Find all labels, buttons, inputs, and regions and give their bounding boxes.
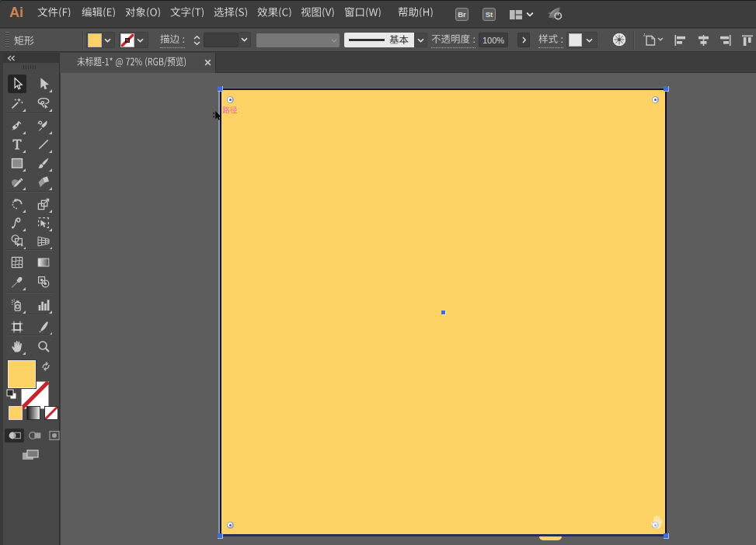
swap-fill-stroke-icon[interactable] xyxy=(40,360,51,374)
menu-help[interactable] xyxy=(398,0,434,26)
zoom-tool[interactable] xyxy=(34,337,53,356)
selection-corner-handle[interactable] xyxy=(664,86,669,92)
menu-edit[interactable] xyxy=(82,0,116,26)
stroke-width-stepper[interactable] xyxy=(192,33,202,47)
brush-definition-label[interactable] xyxy=(389,35,409,45)
stroke-width-dropdown[interactable] xyxy=(239,32,251,47)
live-corner-widget[interactable] xyxy=(652,96,659,103)
gpu-performance-icon[interactable] xyxy=(546,6,563,19)
pen-tool[interactable] xyxy=(8,116,26,135)
vertical-align-top-icon[interactable] xyxy=(741,34,754,47)
toolbar-separator xyxy=(6,191,54,192)
selection-corner-handle[interactable] xyxy=(218,86,223,92)
canvas-pasteboard[interactable] xyxy=(61,73,756,545)
default-fill-stroke-icon[interactable] xyxy=(6,389,17,403)
brush-definition-combo[interactable] xyxy=(344,33,414,47)
style-label[interactable] xyxy=(538,34,563,44)
chevron-down-icon[interactable] xyxy=(134,32,145,48)
slice-tool[interactable] xyxy=(34,318,53,336)
column-graph-tool[interactable] xyxy=(34,296,53,314)
gradient-swatch-button[interactable] xyxy=(26,406,40,420)
opacity-field[interactable]: 100% xyxy=(479,33,508,47)
stroke-panel-link[interactable] xyxy=(160,33,185,48)
line-segment-tool[interactable] xyxy=(34,135,53,154)
fill-indicator[interactable] xyxy=(8,360,36,388)
menu-effect[interactable] xyxy=(257,0,292,26)
shape-builder-tool[interactable] xyxy=(8,232,26,251)
chevron-down-icon[interactable] xyxy=(584,32,594,48)
selection-corner-handle[interactable] xyxy=(664,533,669,539)
chevron-down-icon[interactable] xyxy=(657,37,664,41)
curvature-tool[interactable] xyxy=(34,116,53,135)
style-combo[interactable] xyxy=(566,32,597,48)
chevron-down-icon[interactable] xyxy=(526,8,534,21)
paintbrush-tool[interactable] xyxy=(34,154,53,172)
perspective-grid-tool[interactable] xyxy=(34,232,53,251)
rectangle-tool[interactable] xyxy=(8,154,26,172)
menu-file[interactable] xyxy=(37,0,71,26)
horizontal-align-center-icon[interactable] xyxy=(697,34,710,47)
opacity-panel-link[interactable] xyxy=(431,33,476,48)
opacity-label-wrap xyxy=(431,29,476,52)
opacity-label[interactable] xyxy=(431,34,476,44)
tab-close-icon[interactable] xyxy=(204,58,211,68)
workspace-switcher-icon[interactable] xyxy=(509,8,523,21)
color-swatch-button[interactable] xyxy=(9,406,23,420)
type-tool[interactable] xyxy=(8,135,26,154)
width-tool[interactable] xyxy=(8,213,26,232)
artboard-tool[interactable] xyxy=(8,318,26,336)
selection-tool[interactable] xyxy=(8,75,26,93)
lasso-tool[interactable] xyxy=(34,94,53,113)
controlbar-grip[interactable] xyxy=(5,32,9,47)
live-corner-widget[interactable] xyxy=(227,96,234,103)
symbol-sprayer-tool[interactable] xyxy=(8,296,26,314)
shaper-tool[interactable] xyxy=(8,172,26,191)
style-panel-link[interactable] xyxy=(538,33,563,48)
magic-wand-tool[interactable] xyxy=(8,94,26,113)
direct-selection-tool[interactable] xyxy=(34,75,53,93)
collapse-panel-icon[interactable] xyxy=(7,55,16,61)
scale-tool[interactable] xyxy=(34,195,53,213)
selection-corner-handle[interactable] xyxy=(218,533,223,539)
brush-definition-dropdown[interactable] xyxy=(414,33,427,47)
app-logo[interactable]: Ai xyxy=(9,5,23,21)
stroke-width-field[interactable] xyxy=(204,33,239,47)
style-swatch[interactable] xyxy=(569,33,582,47)
tools-panel-grip[interactable] xyxy=(23,65,37,69)
live-corner-widget[interactable] xyxy=(227,522,234,529)
rotate-tool[interactable] xyxy=(8,195,26,213)
hand-tool[interactable] xyxy=(8,337,26,356)
eyedropper-tool[interactable] xyxy=(8,272,26,291)
stroke-color-combo[interactable] xyxy=(119,32,148,48)
fill-color-swatch[interactable] xyxy=(88,33,102,47)
horizontal-align-left-icon[interactable] xyxy=(674,34,687,47)
opacity-dropdown-button[interactable] xyxy=(517,33,530,47)
mesh-tool[interactable] xyxy=(8,253,26,272)
fill-color-combo[interactable] xyxy=(86,32,115,48)
none-swatch-button[interactable] xyxy=(44,406,58,420)
gradient-tool[interactable] xyxy=(34,253,53,272)
free-transform-tool[interactable] xyxy=(34,213,53,232)
stock-button[interactable]: St xyxy=(483,8,496,21)
blend-tool[interactable] xyxy=(34,272,53,291)
draw-normal-mode-button[interactable] xyxy=(5,429,24,443)
recolor-artwork-icon[interactable] xyxy=(613,33,625,46)
document-setup-icon[interactable] xyxy=(643,33,656,46)
selection-center-point[interactable] xyxy=(441,311,445,314)
document-tab-title[interactable] xyxy=(77,57,186,67)
chevron-down-icon[interactable] xyxy=(102,32,113,48)
change-screen-mode-button[interactable] xyxy=(20,448,40,461)
menu-type[interactable] xyxy=(170,0,204,26)
stroke-color-swatch[interactable] xyxy=(120,33,134,47)
menu-view[interactable] xyxy=(301,0,335,26)
menu-window[interactable] xyxy=(344,0,381,26)
document-tab[interactable] xyxy=(60,53,216,73)
menu-object[interactable] xyxy=(125,0,161,26)
draw-behind-mode-button[interactable] xyxy=(25,429,44,443)
eraser-tool[interactable] xyxy=(34,172,53,191)
horizontal-align-right-icon[interactable] xyxy=(719,34,732,47)
menu-select[interactable] xyxy=(214,0,248,26)
stroke-label[interactable] xyxy=(160,34,185,44)
tool-flyout-triangle xyxy=(23,187,26,190)
bridge-button[interactable]: Br xyxy=(455,8,469,21)
